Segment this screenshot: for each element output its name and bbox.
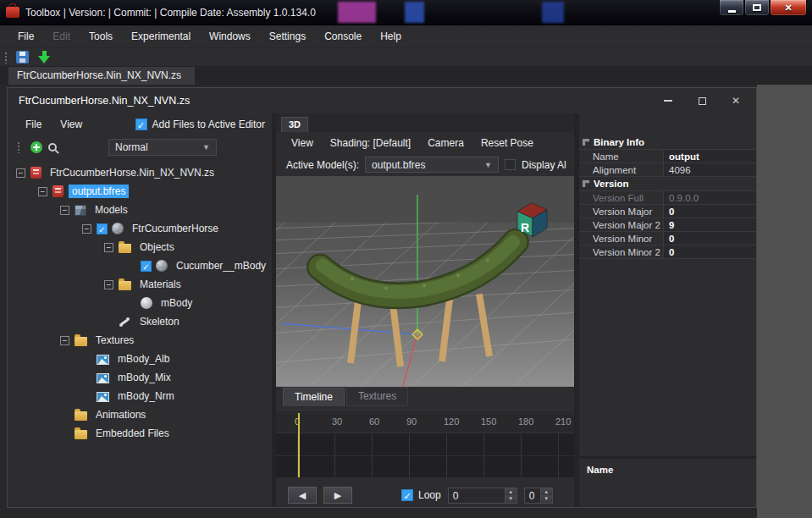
- tree-item[interactable]: mBody: [8, 294, 272, 312]
- spinner-up-icon[interactable]: ▲: [505, 488, 516, 496]
- tree-expander-icon[interactable]: −: [38, 187, 47, 196]
- timeline-track[interactable]: [276, 433, 574, 477]
- display-all-checkbox[interactable]: [505, 159, 516, 170]
- tree-item[interactable]: Animations: [8, 405, 272, 424]
- toolbar-grip[interactable]: [17, 141, 20, 153]
- timeline-body[interactable]: 0 30 60 90 120 150: [276, 410, 574, 477]
- spinner-down-icon[interactable]: ▼: [505, 495, 516, 503]
- property-value[interactable]: 0: [664, 245, 756, 258]
- tree-item[interactable]: − output.bfres: [8, 182, 272, 201]
- tree-item[interactable]: − Objects: [8, 238, 272, 256]
- editor-maximize-button[interactable]: [685, 91, 719, 111]
- minimize-button[interactable]: [719, 0, 744, 16]
- speed-spinner[interactable]: 0 ▲▼: [524, 488, 553, 504]
- menubar-item[interactable]: Settings: [260, 27, 315, 46]
- toolbar-grip[interactable]: [4, 52, 8, 63]
- property-row[interactable]: Version Minor 2 0: [579, 245, 756, 259]
- spinner-arrows[interactable]: ▲▼: [540, 488, 552, 503]
- tree-expander-icon[interactable]: −: [104, 243, 113, 252]
- filter-dropdown[interactable]: Normal ▼: [108, 139, 217, 156]
- tree-expander-icon[interactable]: [104, 317, 113, 327]
- document-tab[interactable]: FtrCucumberHorse.Nin_NX_NVN.zs: [8, 67, 195, 85]
- tree-item[interactable]: mBody_Alb: [8, 350, 272, 368]
- active-model-dropdown[interactable]: output.bfres ▼: [365, 157, 499, 173]
- tree-item[interactable]: mBody_Nrm: [8, 387, 272, 405]
- timeline-tab[interactable]: Textures: [346, 387, 408, 406]
- tree-item[interactable]: Cucumber__mBody: [8, 256, 272, 275]
- tree-expander-icon[interactable]: [82, 355, 91, 364]
- tree-item[interactable]: − Textures: [8, 331, 272, 350]
- menubar-item[interactable]: Tools: [80, 27, 122, 46]
- property-row[interactable]: Name output: [579, 150, 756, 163]
- property-row[interactable]: Version Major 2 9: [579, 218, 756, 232]
- tree-expander-icon[interactable]: −: [60, 336, 69, 345]
- menubar-item[interactable]: Experimental: [122, 27, 200, 46]
- search-icon[interactable]: [48, 143, 57, 152]
- property-row[interactable]: Version Major 0: [579, 205, 756, 218]
- tree-expander-icon[interactable]: −: [60, 206, 69, 215]
- viewport-menu-item[interactable]: Reset Pose: [472, 134, 542, 152]
- menubar-item[interactable]: Edit: [43, 27, 80, 46]
- menubar-item[interactable]: Windows: [200, 27, 260, 46]
- frame-next-button[interactable]: ▶: [323, 487, 352, 504]
- timeline-playhead[interactable]: [298, 413, 300, 477]
- property-value[interactable]: output: [664, 150, 756, 163]
- editor-close-button[interactable]: ✕: [719, 91, 753, 111]
- frame-spinner[interactable]: 0 ▲▼: [448, 488, 517, 504]
- property-value[interactable]: 0.9.0.0: [664, 191, 756, 204]
- tree-item[interactable]: Skeleton: [8, 312, 272, 331]
- os-titlebar[interactable]: Toolbox | Version: | Commit: | Compile D…: [0, 0, 812, 25]
- property-row[interactable]: Version Full 0.9.0.0: [579, 191, 756, 205]
- spinner-arrows[interactable]: ▲▼: [505, 488, 516, 503]
- tree-item[interactable]: − Materials: [8, 275, 272, 294]
- tree-expander-icon[interactable]: −: [104, 280, 113, 289]
- save-icon[interactable]: [16, 51, 29, 63]
- viewport-menu-item[interactable]: Camera: [419, 134, 472, 152]
- tree-item[interactable]: − FtrCucumberHorse: [8, 219, 272, 238]
- timeline-ruler[interactable]: 0 30 60 90 120 150: [276, 411, 574, 433]
- spinner-up-icon[interactable]: ▲: [541, 488, 552, 496]
- tree-expander-icon[interactable]: [60, 411, 69, 420]
- menubar-item[interactable]: Help: [371, 27, 411, 46]
- property-category-header[interactable]: Version: [579, 177, 756, 191]
- viewport-canvas[interactable]: R: [276, 176, 574, 387]
- spinner-down-icon[interactable]: ▼: [541, 495, 552, 503]
- add-icon[interactable]: [30, 141, 42, 153]
- property-value[interactable]: 9: [664, 218, 756, 231]
- timeline-tab[interactable]: Timeline: [283, 388, 345, 406]
- menubar-item[interactable]: File: [8, 27, 43, 46]
- tree-expander-icon[interactable]: [126, 299, 135, 308]
- editor-titlebar[interactable]: FtrCucumberHorse.Nin_NX_NVN.zs ✕: [8, 88, 756, 113]
- tree-expander-icon[interactable]: −: [82, 224, 91, 234]
- viewport-3d-tab[interactable]: 3D: [281, 117, 308, 132]
- tree-menu-view[interactable]: View: [51, 116, 91, 133]
- property-category-header[interactable]: Binary Info: [579, 135, 756, 150]
- property-value[interactable]: 0: [664, 232, 756, 245]
- tree-item[interactable]: − Models: [8, 201, 272, 219]
- property-row[interactable]: Version Minor 0: [579, 232, 756, 245]
- loop-checkbox[interactable]: [401, 489, 413, 501]
- editor-minimize-button[interactable]: [651, 91, 685, 111]
- tree-expander-icon[interactable]: [60, 429, 69, 438]
- menubar-item[interactable]: Console: [315, 27, 371, 46]
- import-arrow-icon[interactable]: [38, 51, 51, 64]
- property-value[interactable]: 0: [664, 205, 756, 218]
- tree-item[interactable]: − FtrCucumberHorse.Nin_NX_NVN.zs: [8, 163, 272, 182]
- tree-item[interactable]: Embedded Files: [8, 424, 272, 443]
- property-row[interactable]: Alignment 4096: [579, 163, 756, 177]
- tree-item[interactable]: mBody_Mix: [8, 368, 272, 387]
- tree-item-checkbox[interactable]: [97, 223, 108, 234]
- viewport-menu-item[interactable]: View: [283, 134, 322, 152]
- tree-expander-icon[interactable]: [126, 262, 135, 271]
- close-button[interactable]: ✕: [770, 0, 807, 16]
- tree-item-checkbox[interactable]: [141, 261, 152, 272]
- tree-expander-icon[interactable]: −: [16, 168, 25, 178]
- frame-prev-button[interactable]: ◀: [288, 487, 317, 504]
- add-files-checkbox[interactable]: [135, 118, 147, 130]
- maximize-button[interactable]: [744, 0, 770, 16]
- viewport-menu-item[interactable]: Shading: [Default]: [322, 134, 419, 152]
- tree-expander-icon[interactable]: [82, 373, 91, 383]
- property-value[interactable]: 4096: [664, 163, 756, 176]
- tree-menu-file[interactable]: File: [16, 116, 51, 133]
- tree-expander-icon[interactable]: [82, 392, 91, 401]
